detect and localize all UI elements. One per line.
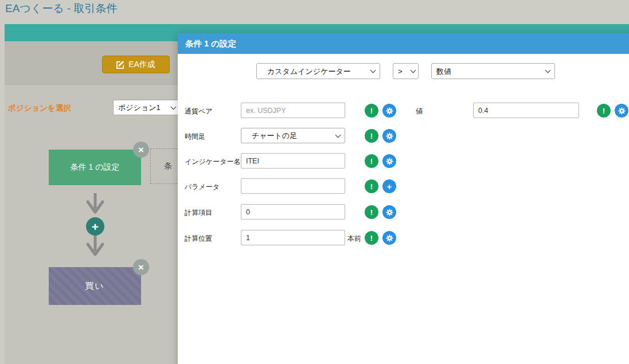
flow-node-buy-label: 買い xyxy=(85,281,104,292)
flow-node-condition-1[interactable]: 条件 1 の設定 xyxy=(49,150,141,185)
create-ea-button[interactable]: EA作成 xyxy=(102,56,170,73)
currency-pair-label: 通貨ペア xyxy=(185,107,213,116)
gear-icon xyxy=(386,209,393,216)
gear-icon xyxy=(618,107,626,115)
flow-node-buy-action[interactable]: 買い xyxy=(49,267,141,305)
parameter-input[interactable] xyxy=(241,178,345,194)
calc-item-input[interactable] xyxy=(241,204,345,220)
flow-node-condition-2-label: 条 xyxy=(164,161,172,171)
field-row-indicator-name: インジケーター名 ! xyxy=(185,153,629,169)
currency-pair-alert-button[interactable]: ! xyxy=(365,104,378,118)
exclamation-icon: ! xyxy=(370,132,373,140)
calc-position-settings-button[interactable] xyxy=(382,231,396,245)
position-select-wrap: ポジション1 xyxy=(113,100,181,115)
parameter-alert-button[interactable]: ! xyxy=(365,179,378,193)
timeframe-select-wrap: チャートの足 xyxy=(241,128,345,143)
timeframe-settings-button[interactable] xyxy=(382,129,396,143)
add-step-button[interactable]: + xyxy=(86,217,104,236)
value-type-select[interactable]: 数値 xyxy=(431,63,555,79)
calc-item-label: 計算項目 xyxy=(185,208,212,218)
exclamation-icon: ! xyxy=(603,107,605,115)
timeframe-label: 時間足 xyxy=(185,132,205,142)
arrow-down-icon xyxy=(85,193,105,215)
exclamation-icon: ! xyxy=(370,107,373,115)
parameter-label: パラメータ xyxy=(185,182,220,192)
gear-icon xyxy=(386,132,393,140)
calc-position-suffix: 本前 xyxy=(347,234,361,244)
close-icon: × xyxy=(138,263,144,272)
indicator-type-select[interactable]: カスタムインジケーター xyxy=(256,63,380,79)
indicator-type-select-wrap: カスタムインジケーター xyxy=(256,63,380,79)
parameter-add-button[interactable]: + xyxy=(382,179,396,193)
gear-icon xyxy=(386,158,393,165)
calc-item-alert-button[interactable]: ! xyxy=(365,205,378,219)
exclamation-icon: ! xyxy=(370,183,373,190)
exclamation-icon: ! xyxy=(370,158,373,165)
buy-action-close-button[interactable]: × xyxy=(133,259,149,275)
field-row-parameter: パラメータ ! + xyxy=(185,178,629,194)
indicator-name-label: インジケーター名 xyxy=(185,157,240,167)
plus-icon: + xyxy=(92,221,99,233)
modal-header: 条件 1 の設定 xyxy=(178,33,629,54)
condition-settings-modal: 条件 1 の設定 カスタムインジケーター > 数値 通貨ペア ! xyxy=(178,33,629,364)
condition-1-close-button[interactable]: × xyxy=(133,142,149,158)
position-select[interactable]: ポジション1 xyxy=(113,100,181,115)
value-alert-button[interactable]: ! xyxy=(597,104,611,118)
calc-item-settings-button[interactable] xyxy=(382,205,396,219)
calc-position-alert-button[interactable]: ! xyxy=(365,231,378,245)
gear-icon xyxy=(386,107,393,115)
exclamation-icon: ! xyxy=(370,209,373,216)
operator-select-wrap: > xyxy=(393,63,419,79)
modal-title: 条件 1 の設定 xyxy=(185,38,236,49)
calc-position-input[interactable] xyxy=(241,230,345,245)
currency-pair-settings-button[interactable] xyxy=(382,104,396,118)
page-title: EAつくーる - 取引条件 xyxy=(5,1,118,16)
timeframe-alert-button[interactable]: ! xyxy=(365,129,378,143)
field-row-calc-item: 計算項目 ! xyxy=(185,204,629,220)
calc-position-label: 計算位置 xyxy=(185,234,212,244)
create-ea-button-label: EA作成 xyxy=(128,60,155,70)
edit-icon xyxy=(116,61,124,69)
timeframe-select[interactable]: チャートの足 xyxy=(241,128,345,143)
currency-pair-input[interactable] xyxy=(241,103,345,118)
indicator-name-input[interactable] xyxy=(241,153,345,169)
field-row-currency-pair: 通貨ペア ! 値 ! xyxy=(185,103,629,118)
indicator-name-settings-button[interactable] xyxy=(382,154,396,168)
value-label: 値 xyxy=(416,107,423,116)
field-row-timeframe: 時間足 チャートの足 ! xyxy=(185,128,629,143)
value-input[interactable] xyxy=(473,103,579,118)
close-icon: × xyxy=(138,145,144,155)
operator-select[interactable]: > xyxy=(393,63,419,79)
position-select-label: ポジションを選択 xyxy=(8,103,71,113)
plus-icon: + xyxy=(387,182,392,191)
arrow-down-icon xyxy=(85,236,105,257)
value-type-select-wrap: 数値 xyxy=(431,63,555,79)
flow-node-condition-1-label: 条件 1 の設定 xyxy=(71,162,120,173)
indicator-name-alert-button[interactable]: ! xyxy=(365,154,378,168)
gear-icon xyxy=(386,234,393,242)
value-settings-button[interactable] xyxy=(615,104,628,118)
exclamation-icon: ! xyxy=(370,234,373,242)
field-row-calc-position: 計算位置 本前 ! xyxy=(185,230,629,245)
